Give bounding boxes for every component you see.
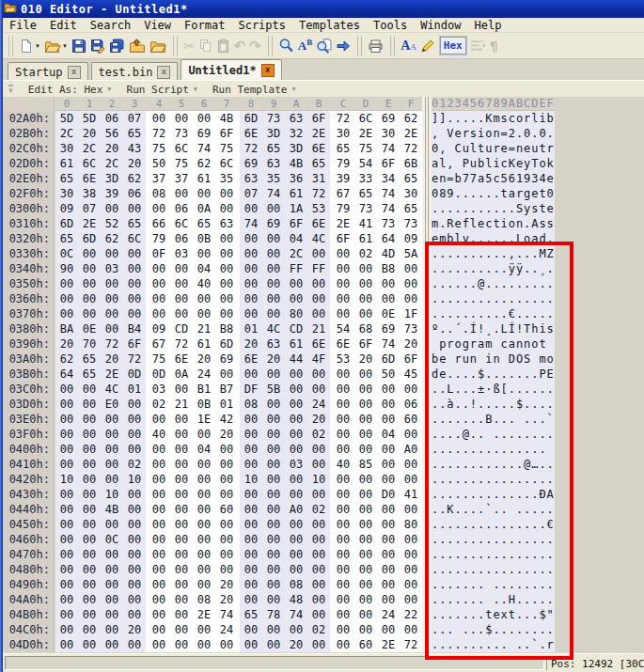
hex-byte[interactable]: 00 <box>240 442 262 457</box>
hex-byte[interactable]: 00 <box>332 547 354 562</box>
hex-byte[interactable]: 00 <box>332 622 354 637</box>
hex-byte[interactable]: 00 <box>101 637 123 652</box>
hex-byte[interactable]: 6F <box>307 111 330 126</box>
hex-byte[interactable]: 00 <box>307 306 330 321</box>
hex-byte[interactable]: 36 <box>285 171 307 186</box>
hex-byte[interactable]: 00 <box>78 397 101 412</box>
hex-byte[interactable]: 00 <box>193 547 215 562</box>
hex-byte[interactable]: 2C <box>78 141 101 156</box>
hex-byte[interactable]: 00 <box>123 532 146 547</box>
hex-byte[interactable]: 00 <box>170 472 193 487</box>
hex-byte[interactable]: 00 <box>240 261 262 276</box>
hex-byte[interactable]: 00 <box>285 442 307 457</box>
hex-byte[interactable]: 65 <box>400 171 422 186</box>
cut-button[interactable]: ✂ <box>181 35 196 57</box>
hex-byte[interactable]: 01 <box>123 382 146 397</box>
hex-byte[interactable]: 00 <box>285 562 307 577</box>
hex-byte[interactable]: 62 <box>55 352 78 367</box>
hex-byte[interactable]: 75 <box>354 141 377 156</box>
hex-byte[interactable]: 00 <box>193 487 215 502</box>
menu-item-tools[interactable]: Tools <box>367 19 414 32</box>
hex-byte[interactable]: 00 <box>193 427 215 442</box>
hex-byte[interactable]: 00 <box>55 637 78 652</box>
hex-byte[interactable]: 00 <box>262 592 285 607</box>
hex-byte[interactable]: 00 <box>215 562 238 577</box>
hex-byte[interactable]: 52 <box>101 216 123 231</box>
hex-byte[interactable]: 6F <box>123 336 146 352</box>
ascii-text[interactable]: program cannot <box>432 336 555 352</box>
close-file-button[interactable] <box>148 35 168 57</box>
hex-byte[interactable]: D0 <box>377 487 400 502</box>
hex-byte[interactable]: 00 <box>377 622 400 637</box>
paste-button[interactable] <box>214 35 232 57</box>
hex-byte[interactable]: 00 <box>332 367 354 382</box>
hex-byte[interactable]: 00 <box>240 201 262 216</box>
hex-byte[interactable]: 00 <box>377 547 400 562</box>
hex-byte[interactable]: 00 <box>148 201 170 216</box>
hex-byte[interactable]: 00 <box>148 442 170 457</box>
hex-byte[interactable]: 74 <box>262 186 285 201</box>
hex-byte[interactable]: 00 <box>307 577 330 592</box>
hex-byte[interactable]: 00 <box>170 457 193 472</box>
hex-byte[interactable]: 00 <box>377 502 400 517</box>
hex-byte[interactable]: 00 <box>332 382 354 397</box>
hex-byte[interactable]: 00 <box>354 577 377 592</box>
hex-byte[interactable]: 67 <box>148 336 170 352</box>
hex-byte[interactable]: 20 <box>78 126 101 141</box>
hex-byte[interactable]: 00 <box>215 246 238 261</box>
hex-byte[interactable]: 4C <box>262 321 285 336</box>
hex-byte[interactable]: 6D <box>215 336 238 352</box>
hex-byte[interactable]: 72 <box>148 126 170 141</box>
hex-byte[interactable]: 00 <box>262 261 285 276</box>
hex-byte[interactable]: 24 <box>307 397 330 412</box>
ascii-text[interactable]: ...........Syste <box>432 201 555 216</box>
hex-byte[interactable]: 00 <box>123 562 146 577</box>
hex-byte[interactable]: 5D <box>55 111 78 126</box>
hex-byte[interactable]: 00 <box>262 412 285 427</box>
hex-byte[interactable]: 79 <box>148 231 170 246</box>
hex-byte[interactable]: 00 <box>307 276 330 291</box>
hex-byte[interactable]: 02 <box>307 502 330 517</box>
hex-byte[interactable]: 3D <box>285 141 307 156</box>
hex-byte[interactable]: 06 <box>123 186 146 201</box>
hex-byte[interactable]: 00 <box>262 457 285 472</box>
hex-byte[interactable]: 42 <box>215 412 238 427</box>
hex-byte[interactable]: 00 <box>240 547 262 562</box>
hex-byte[interactable]: 00 <box>170 562 193 577</box>
hex-byte[interactable]: 40 <box>148 427 170 442</box>
hex-byte[interactable]: 74 <box>377 336 400 352</box>
save-all-button[interactable] <box>107 35 127 57</box>
hex-byte[interactable]: 60 <box>354 637 377 652</box>
hex-byte[interactable]: 00 <box>193 186 215 201</box>
hex-byte[interactable]: 03 <box>101 261 123 276</box>
hex-byte[interactable]: 00 <box>193 111 215 126</box>
hex-byte[interactable]: 00 <box>215 517 238 532</box>
hex-byte[interactable]: 00 <box>307 517 330 532</box>
menu-item-view[interactable]: View <box>137 19 178 32</box>
hex-byte[interactable]: 00 <box>101 562 123 577</box>
hex-byte[interactable]: 07 <box>240 186 262 201</box>
hex-byte[interactable]: 0E <box>377 306 400 321</box>
hex-byte[interactable]: 33 <box>354 171 377 186</box>
hex-byte[interactable]: 70 <box>78 336 101 352</box>
tab-startup[interactable]: Startupx <box>8 62 88 81</box>
hex-byte[interactable]: 00 <box>170 306 193 321</box>
hex-byte[interactable]: 00 <box>307 382 330 397</box>
hex-byte[interactable]: 00 <box>55 622 78 637</box>
hex-byte[interactable]: 00 <box>148 517 170 532</box>
hex-byte[interactable]: 00 <box>377 276 400 291</box>
hex-byte[interactable]: 00 <box>354 427 377 442</box>
hex-byte[interactable]: 00 <box>240 276 262 291</box>
hex-byte[interactable]: DF <box>240 382 262 397</box>
hex-byte[interactable]: 69 <box>262 216 285 231</box>
hex-byte[interactable]: 20 <box>400 336 422 352</box>
hex-byte[interactable]: 00 <box>55 457 78 472</box>
hex-byte[interactable]: 00 <box>148 607 170 622</box>
hex-byte[interactable]: B7 <box>215 382 238 397</box>
hex-byte[interactable]: 00 <box>193 457 215 472</box>
hex-byte[interactable]: 00 <box>101 517 123 532</box>
hex-byte[interactable]: 73 <box>354 201 377 216</box>
hex-byte[interactable]: 00 <box>240 502 262 517</box>
menu-item-templates[interactable]: Templates <box>292 19 367 32</box>
hex-byte[interactable]: 00 <box>332 487 354 502</box>
